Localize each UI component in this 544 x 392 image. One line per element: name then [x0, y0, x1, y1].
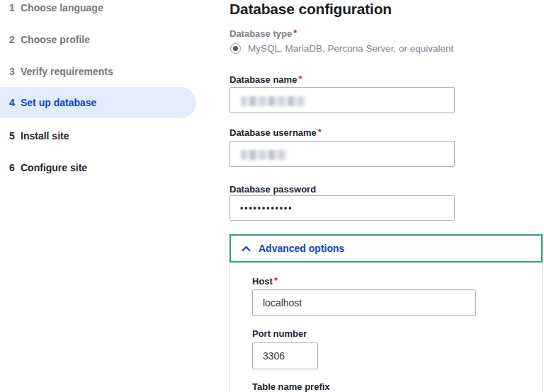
sidebar-step-choose-language: 1 Choose language: [0, 0, 196, 16]
required-marker: *: [298, 74, 302, 84]
database-type-label: Database type*: [230, 28, 297, 39]
database-username-label: Database username*: [230, 127, 322, 138]
sidebar-step-verify-requirements: 3 Verify requirements: [0, 63, 196, 80]
database-name-input[interactable]: [230, 87, 455, 113]
step-number: 6: [9, 162, 16, 173]
radio-selected-icon[interactable]: [230, 43, 241, 54]
required-marker: *: [318, 127, 322, 137]
database-username-input[interactable]: [230, 141, 455, 167]
advanced-options-label: Advanced options: [259, 243, 344, 254]
step-number: 3: [9, 66, 16, 77]
page-title: Database configuration: [230, 0, 392, 18]
host-input[interactable]: [252, 289, 476, 316]
step-label: Choose language: [21, 2, 103, 13]
advanced-options-panel: Host* Port number Table name prefix: [230, 263, 543, 392]
password-masked-value: ••••••••••••: [240, 203, 293, 213]
step-label: Set up database: [21, 97, 96, 108]
sidebar-step-set-up-database-active: 4 Set up database: [0, 87, 196, 118]
database-password-input[interactable]: ••••••••••••: [230, 195, 455, 221]
advanced-options-toggle[interactable]: Advanced options: [230, 234, 543, 263]
chevron-up-icon: [242, 246, 251, 252]
step-number: 4: [9, 97, 16, 108]
table-name-prefix-label: Table name prefix: [252, 381, 330, 392]
required-marker: *: [293, 28, 297, 38]
sidebar-step-install-site: 5 Install site: [0, 127, 196, 144]
sidebar-step-configure-site: 6 Configure site: [0, 159, 196, 176]
step-label: Configure site: [21, 162, 87, 173]
database-type-option-label: MySQL, MariaDB, Percona Server, or equiv…: [248, 43, 453, 54]
redacted-value: [241, 96, 306, 106]
port-number-label: Port number: [252, 328, 307, 339]
database-configuration-form: Database configuration Database type* My…: [230, 0, 543, 392]
step-number: 2: [9, 34, 16, 45]
required-marker: *: [274, 275, 278, 286]
installer-steps-sidebar: 1 Choose language 2 Choose profile 3 Ver…: [0, 0, 212, 392]
host-label: Host*: [252, 276, 278, 287]
database-name-label: Database name*: [230, 74, 302, 85]
sidebar-step-choose-profile: 2 Choose profile: [0, 31, 196, 48]
step-number: 5: [9, 130, 16, 142]
port-number-input[interactable]: [252, 342, 318, 369]
database-type-option-mysql[interactable]: MySQL, MariaDB, Percona Server, or equiv…: [230, 43, 453, 54]
database-password-label: Database password: [230, 184, 316, 195]
step-label: Verify requirements: [21, 66, 113, 77]
step-label: Choose profile: [21, 34, 90, 45]
step-label: Install site: [21, 130, 69, 142]
step-number: 1: [9, 2, 16, 13]
redacted-value: [241, 150, 286, 160]
